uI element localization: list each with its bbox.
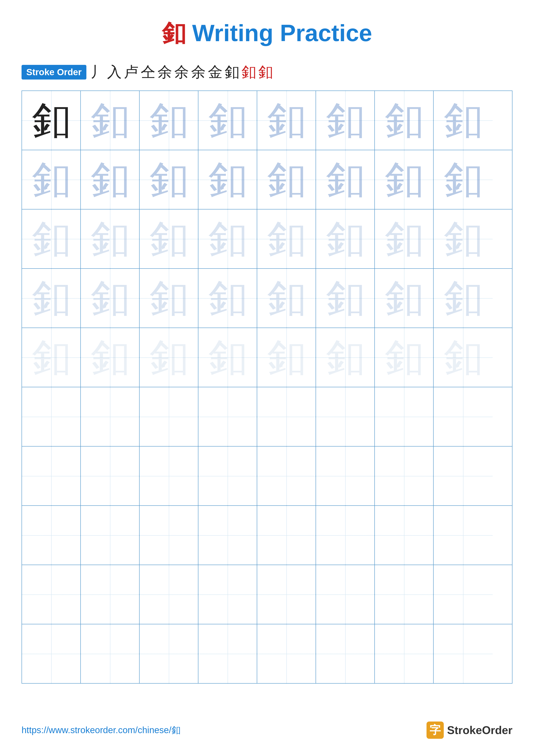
cell-5-5[interactable]: 釦 (257, 328, 316, 387)
cell-10-8[interactable] (434, 624, 493, 683)
cell-4-7[interactable]: 釦 (375, 269, 434, 328)
char-display: 釦 (208, 338, 247, 377)
stroke-2: 入 (107, 62, 122, 82)
cell-10-5[interactable] (257, 624, 316, 683)
cell-6-3[interactable] (140, 387, 198, 446)
cell-9-5[interactable] (257, 565, 316, 624)
cell-10-4[interactable] (198, 624, 257, 683)
cell-7-4[interactable] (198, 446, 257, 505)
cell-1-3[interactable]: 釦 (140, 91, 198, 150)
cell-4-8[interactable]: 釦 (434, 269, 493, 328)
cell-2-6[interactable]: 釦 (316, 150, 375, 209)
char-display: 釦 (326, 101, 365, 140)
cell-5-3[interactable]: 釦 (140, 328, 198, 387)
cell-3-3[interactable]: 釦 (140, 209, 198, 268)
char-display: 釦 (444, 279, 483, 318)
char-display: 釦 (149, 220, 188, 258)
cell-5-1[interactable]: 釦 (22, 328, 81, 387)
grid-row-6 (22, 387, 512, 446)
cell-9-4[interactable] (198, 565, 257, 624)
cell-4-6[interactable]: 釦 (316, 269, 375, 328)
cell-8-3[interactable] (140, 506, 198, 565)
cell-5-6[interactable]: 釦 (316, 328, 375, 387)
cell-5-4[interactable]: 釦 (198, 328, 257, 387)
char-display: 釦 (326, 279, 365, 318)
cell-4-2[interactable]: 釦 (81, 269, 140, 328)
cell-1-5[interactable]: 釦 (257, 91, 316, 150)
char-display: 釦 (267, 279, 306, 318)
cell-8-1[interactable] (22, 506, 81, 565)
cell-4-4[interactable]: 釦 (198, 269, 257, 328)
cell-1-6[interactable]: 釦 (316, 91, 375, 150)
cell-5-8[interactable]: 釦 (434, 328, 493, 387)
cell-8-4[interactable] (198, 506, 257, 565)
char-display: 釦 (91, 279, 129, 318)
page-title: 釦 Writing Practice (0, 0, 534, 62)
cell-7-1[interactable] (22, 446, 81, 505)
cell-2-7[interactable]: 釦 (375, 150, 434, 209)
cell-1-1[interactable]: 釦 (22, 91, 81, 150)
cell-10-7[interactable] (375, 624, 434, 683)
cell-8-5[interactable] (257, 506, 316, 565)
cell-10-1[interactable] (22, 624, 81, 683)
cell-1-2[interactable]: 釦 (81, 91, 140, 150)
cell-1-4[interactable]: 釦 (198, 91, 257, 150)
cell-9-1[interactable] (22, 565, 81, 624)
cell-2-4[interactable]: 釦 (198, 150, 257, 209)
brand-icon-char: 字 (429, 723, 441, 738)
cell-6-8[interactable] (434, 387, 493, 446)
cell-1-7[interactable]: 釦 (375, 91, 434, 150)
cell-9-7[interactable] (375, 565, 434, 624)
stroke-order-section: Stroke Order 丿 入 卢 仝 余 余 余 金 釦 釦 釦 (0, 62, 534, 91)
cell-3-7[interactable]: 釦 (375, 209, 434, 268)
cell-5-7[interactable]: 釦 (375, 328, 434, 387)
cell-3-4[interactable]: 釦 (198, 209, 257, 268)
stroke-3: 卢 (124, 62, 139, 82)
cell-7-3[interactable] (140, 446, 198, 505)
cell-7-7[interactable] (375, 446, 434, 505)
cell-6-7[interactable] (375, 387, 434, 446)
cell-3-1[interactable]: 釦 (22, 209, 81, 268)
cell-3-6[interactable]: 釦 (316, 209, 375, 268)
cell-10-6[interactable] (316, 624, 375, 683)
cell-6-5[interactable] (257, 387, 316, 446)
cell-4-3[interactable]: 釦 (140, 269, 198, 328)
cell-7-2[interactable] (81, 446, 140, 505)
cell-3-5[interactable]: 釦 (257, 209, 316, 268)
cell-6-6[interactable] (316, 387, 375, 446)
cell-4-5[interactable]: 釦 (257, 269, 316, 328)
cell-5-2[interactable]: 釦 (81, 328, 140, 387)
cell-9-2[interactable] (81, 565, 140, 624)
char-display: 釦 (91, 338, 129, 377)
cell-6-1[interactable] (22, 387, 81, 446)
cell-10-3[interactable] (140, 624, 198, 683)
cell-4-1[interactable]: 釦 (22, 269, 81, 328)
cell-2-1[interactable]: 釦 (22, 150, 81, 209)
cell-7-5[interactable] (257, 446, 316, 505)
stroke-order-chars: 丿 入 卢 仝 余 余 余 金 釦 釦 釦 (90, 62, 273, 82)
cell-2-3[interactable]: 釦 (140, 150, 198, 209)
stroke-1: 丿 (90, 62, 105, 82)
cell-2-8[interactable]: 釦 (434, 150, 493, 209)
char-display: 釦 (385, 101, 423, 140)
cell-10-2[interactable] (81, 624, 140, 683)
cell-9-6[interactable] (316, 565, 375, 624)
cell-8-7[interactable] (375, 506, 434, 565)
cell-7-6[interactable] (316, 446, 375, 505)
stroke-8: 金 (208, 62, 222, 82)
cell-7-8[interactable] (434, 446, 493, 505)
cell-6-4[interactable] (198, 387, 257, 446)
cell-6-2[interactable] (81, 387, 140, 446)
cell-2-2[interactable]: 釦 (81, 150, 140, 209)
cell-8-2[interactable] (81, 506, 140, 565)
grid-row-10 (22, 624, 512, 683)
cell-2-5[interactable]: 釦 (257, 150, 316, 209)
cell-9-3[interactable] (140, 565, 198, 624)
cell-9-8[interactable] (434, 565, 493, 624)
cell-1-8[interactable]: 釦 (434, 91, 493, 150)
grid-row-8 (22, 506, 512, 565)
cell-8-8[interactable] (434, 506, 493, 565)
cell-3-2[interactable]: 釦 (81, 209, 140, 268)
cell-3-8[interactable]: 釦 (434, 209, 493, 268)
cell-8-6[interactable] (316, 506, 375, 565)
